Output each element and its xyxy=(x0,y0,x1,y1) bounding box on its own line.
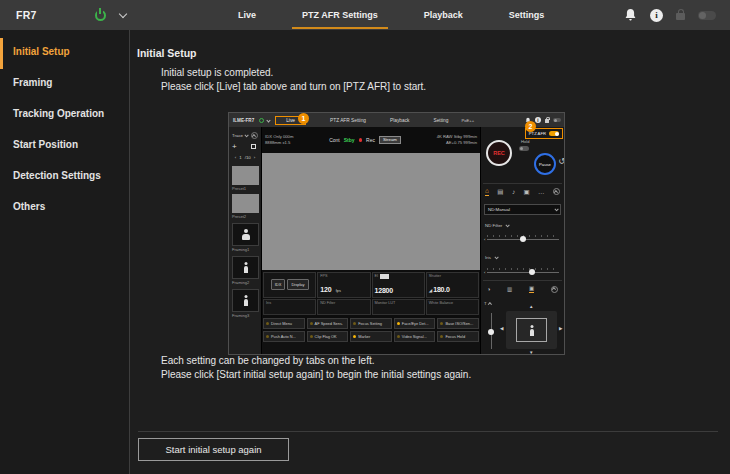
preset-grid-icon: ▤ xyxy=(497,188,503,196)
mini-assignable-row-2: Push Auto N... Clip Flag OK Marker Video… xyxy=(262,331,480,342)
tab-playback[interactable]: Playback xyxy=(416,0,471,30)
mini-cont-label: Cont xyxy=(329,137,340,143)
mini-fn-focus-hold: Focus Hold xyxy=(437,331,479,342)
mini-ei-chip xyxy=(380,274,389,279)
mini-rec-dot-icon xyxy=(359,138,363,142)
zoom-mode-icon: ▥ xyxy=(507,286,512,292)
sidebar-item-detection-settings[interactable]: Detection Settings xyxy=(0,162,129,193)
mini-info-icon: i xyxy=(535,117,541,123)
mini-tile-monitor-lut: Monitor LUT s709 xyxy=(372,299,425,316)
mini-framing1-label: Framing1 xyxy=(232,247,258,252)
mini-status-tiles: IDX Display FPS 120 fps EI 12800 Shutter… xyxy=(262,270,480,316)
outro-line-1: Each setting can be changed by tabs on t… xyxy=(161,354,471,368)
mini-pager-next-icon: › xyxy=(254,155,255,160)
mini-lock-toggle xyxy=(553,118,561,122)
mini-collapse-icon xyxy=(251,132,258,139)
mini-tile-iris: Iris F5.6 xyxy=(263,299,316,316)
mini-topbar: ILME-FR7 Live PTZ AFR Setting Playback S… xyxy=(229,113,564,127)
mini-preset2-thumbnail xyxy=(232,194,259,213)
chevron-down-icon[interactable] xyxy=(119,10,127,18)
mini-power-icon xyxy=(259,118,264,123)
notifications-bell-icon[interactable] xyxy=(624,8,637,22)
power-icon[interactable] xyxy=(95,10,106,21)
mini-poe-status: PoE++ xyxy=(461,118,474,123)
lock-icon xyxy=(676,13,685,20)
mini-tab-setting: Setting xyxy=(433,118,448,123)
dropdown-chevron-icon xyxy=(554,208,558,212)
mini-framing1-thumbnail xyxy=(232,223,259,246)
mini-fn-marker: Marker xyxy=(350,331,392,342)
mini-media-line2: AE+0.75 999min xyxy=(437,140,477,146)
start-initial-setup-again-button[interactable]: Start initial setup again xyxy=(138,438,289,461)
mini-footer xyxy=(262,342,480,355)
mini-rec-label: Rec xyxy=(366,137,375,143)
mini-framing2-thumbnail xyxy=(232,256,259,279)
mini-hold-label: Hold xyxy=(521,139,529,144)
mini-fn-push-auto-nd: Push Auto N... xyxy=(263,331,305,342)
mini-rec-button: REC xyxy=(486,140,512,166)
mini-trace-label: Trace xyxy=(232,133,243,138)
pan-tilt-icon: ◑ xyxy=(487,286,490,292)
instruction-screenshot: 1 2 ILME-FR7 Live PTZ AFR Setting Playba… xyxy=(228,112,565,355)
mini-nd-filter-label: ND Filter xyxy=(485,223,509,228)
main-tabs: Live PTZ AFR Settings Playback Settings xyxy=(230,0,552,30)
tab-settings[interactable]: Settings xyxy=(501,0,553,30)
footer-divider xyxy=(138,431,718,432)
mini-assignable-row-1: Direct Menu AF Speed Sens. Focus Setting… xyxy=(262,318,480,329)
sidebar-item-initial-setup[interactable]: Initial Setup xyxy=(0,38,129,69)
mini-reset-icon: ↺ xyxy=(558,157,565,166)
mini-chevron-down-icon xyxy=(267,118,271,122)
mini-preset1-thumbnail xyxy=(232,166,259,185)
mini-display-button: Display xyxy=(287,279,308,290)
mini-nd-mode-dropdown: ND:Manual xyxy=(484,204,561,215)
mini-lock-icon xyxy=(545,119,549,123)
topbar-icons: i xyxy=(624,0,716,30)
mini-add-preset-icon: + xyxy=(232,143,237,151)
mini-preset-panel: Trace + ‹ 1 /10 › Preset1 Preset2 Framin… xyxy=(229,127,262,355)
person-bust-icon xyxy=(241,229,250,240)
step-2-annotation: 2 xyxy=(525,121,536,132)
mini-pager-prev-icon: ‹ xyxy=(235,155,236,160)
mini-fn-focus-setting: Focus Setting xyxy=(350,318,392,329)
mini-rec-status: Cont Stby Rec Stream xyxy=(329,136,401,144)
stream-box-icon: ▣ xyxy=(524,188,530,196)
person-full-icon xyxy=(241,295,250,306)
topbar: FR7 Live PTZ AFR Settings Playback Setti… xyxy=(0,0,730,30)
person-target-icon xyxy=(527,325,536,336)
mini-idx-button: IDX xyxy=(271,279,286,290)
tab-ptz-afr-settings[interactable]: PTZ AFR Settings xyxy=(294,0,386,30)
app-title: FR7 xyxy=(16,9,37,21)
mini-lens-status: IDX Only 000m 8888mm x1.5 xyxy=(265,134,293,146)
sidebar-item-start-position[interactable]: Start Position xyxy=(0,131,129,162)
mini-hold-toggle xyxy=(519,146,529,151)
mini-fn-clip-flag-ok: Clip Flag OK xyxy=(307,331,349,342)
tab-live[interactable]: Live xyxy=(230,0,264,30)
tilt-up-arrow-icon: ▲ xyxy=(529,304,533,309)
mini-stop-icon xyxy=(251,144,256,149)
mini-tele-label: T xyxy=(484,301,491,306)
outro-text: Each setting can be changed by tabs on t… xyxy=(161,354,471,382)
mini-tab-playback: Playback xyxy=(390,118,409,123)
page-title: Initial Setup xyxy=(137,47,197,59)
mini-nd-filter-slider: ‹ xyxy=(484,235,559,243)
mini-framing3-thumbnail xyxy=(232,289,259,312)
mini-tile-white-balance: White Balance A:15000K ±99 xyxy=(426,299,479,316)
mini-iris-label: Iris xyxy=(485,255,497,260)
mini-tile-fps: FPS 120 fps xyxy=(317,272,370,298)
lock-toggle[interactable] xyxy=(698,11,716,20)
sidebar-item-tracking-operation[interactable]: Tracking Operation xyxy=(0,100,129,131)
mini-ptz-afr-toggle xyxy=(549,131,559,136)
mini-control-panel: REC Hold PTZ AFR Pause ↺ ⌂ ▤ ♪ ▣ … ND:Ma… xyxy=(480,127,564,355)
framing-mode-icon: ▣ xyxy=(529,285,534,293)
sidebar-item-framing[interactable]: Framing xyxy=(0,69,129,100)
mini-wide-label: W xyxy=(484,353,493,355)
info-icon[interactable]: i xyxy=(650,9,663,22)
mini-ptz-mode-icons: ◑ ▥ ▣ xyxy=(487,285,558,293)
mini-fn-af-speed-sens: AF Speed Sens. xyxy=(307,318,349,329)
mini-ptz-pad xyxy=(506,311,557,349)
collapse-circle-icon xyxy=(553,188,560,195)
mini-trace-chevron-icon xyxy=(245,134,249,138)
mini-framing2-label: Framing2 xyxy=(232,280,258,285)
sidebar-item-others[interactable]: Others xyxy=(0,193,129,224)
mini-tile-nd-filter: ND Filter ND1/128 xyxy=(317,299,370,316)
